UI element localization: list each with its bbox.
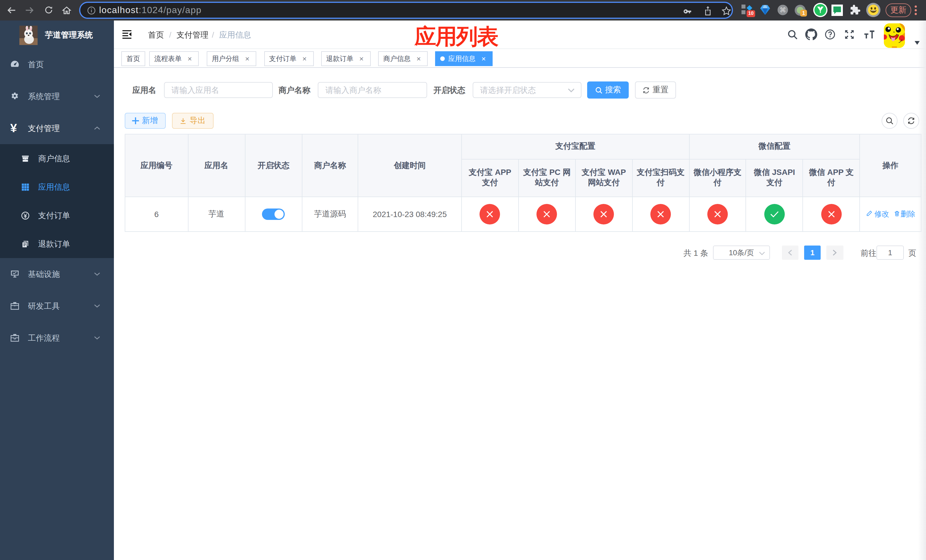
svg-text:⌘: ⌘ [779,6,786,14]
